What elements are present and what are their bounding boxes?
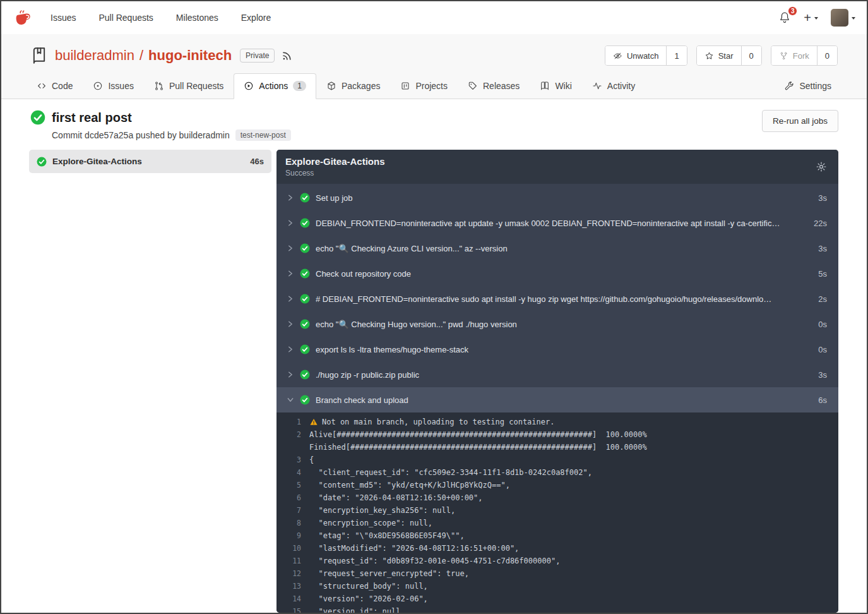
create-new-button[interactable]: + bbox=[804, 11, 818, 24]
log-text: "etag": "\"0x8DE9568B6E05F49\"", bbox=[309, 531, 465, 540]
log-line-number[interactable]: 2 bbox=[276, 430, 309, 439]
tab-settings-label: Settings bbox=[799, 81, 831, 91]
notification-count-badge: 3 bbox=[788, 6, 797, 16]
chevron-right-icon bbox=[287, 219, 294, 227]
gear-icon bbox=[816, 161, 827, 172]
chevron-down-icon bbox=[287, 396, 294, 404]
log-text: Alive[##################################… bbox=[309, 430, 647, 439]
tab-projects-label: Projects bbox=[415, 81, 448, 91]
log-text: "request_server_encrypted": true, bbox=[309, 569, 469, 578]
log-line: 9 "etag": "\"0x8DE9568B6E05F49\"", bbox=[276, 529, 838, 542]
branch-badge[interactable]: test-new-post bbox=[235, 129, 291, 141]
repo-header: builderadmin / hugo-initech Private bbox=[1, 34, 867, 99]
log-text: "version": "2026-02-06", bbox=[309, 594, 428, 603]
chevron-right-icon bbox=[287, 194, 294, 202]
stars-count[interactable]: 0 bbox=[741, 46, 761, 65]
gitea-logo[interactable] bbox=[14, 8, 33, 27]
tab-actions[interactable]: Actions 1 bbox=[234, 73, 316, 99]
tab-activity[interactable]: Activity bbox=[582, 73, 645, 99]
nav-issues[interactable]: Issues bbox=[51, 13, 76, 23]
log-line-number[interactable]: 13 bbox=[276, 582, 309, 591]
tab-packages[interactable]: Packages bbox=[316, 73, 390, 99]
log-line-number[interactable]: 14 bbox=[276, 594, 309, 603]
unwatch-button[interactable]: Unwatch bbox=[605, 46, 667, 65]
tab-activity-label: Activity bbox=[607, 81, 635, 91]
log-line-number[interactable]: 1 bbox=[276, 418, 309, 426]
fork-button[interactable]: Fork bbox=[771, 46, 817, 65]
fork-button-group: Fork 0 bbox=[771, 45, 838, 66]
log-text: "lastModified": "2026-04-08T12:16:51+00:… bbox=[309, 544, 519, 553]
job-name: Explore-Gitea-Actions bbox=[52, 157, 142, 166]
log-line: 11 "request_id": "d0b89f32-001e-0045-475… bbox=[276, 555, 838, 567]
watchers-count[interactable]: 1 bbox=[666, 46, 686, 65]
issue-circle-icon bbox=[93, 81, 103, 91]
tab-wiki[interactable]: Wiki bbox=[530, 73, 581, 99]
tab-code[interactable]: Code bbox=[27, 73, 83, 99]
log-text: Not on main branch, uploading to testing… bbox=[322, 418, 554, 426]
log-line-number[interactable]: 15 bbox=[276, 607, 309, 613]
log-text: "structured_body": null, bbox=[309, 582, 428, 591]
kanban-icon bbox=[400, 81, 410, 91]
job-step[interactable]: # DEBIAN_FRONTEND=noninteractive sudo ap… bbox=[276, 286, 838, 311]
log-line-number[interactable]: 8 bbox=[276, 519, 309, 527]
success-icon bbox=[300, 294, 310, 304]
job-step[interactable]: ./hugo zip -r public.zip public 3s bbox=[276, 362, 838, 387]
star-label: Star bbox=[718, 51, 734, 61]
tab-pull-requests[interactable]: Pull Requests bbox=[144, 73, 234, 99]
visibility-badge: Private bbox=[240, 49, 275, 63]
repo-name-link[interactable]: hugo-initech bbox=[148, 47, 232, 64]
log-line-number[interactable]: 3 bbox=[276, 455, 309, 464]
repo-owner-link[interactable]: builderadmin bbox=[55, 47, 134, 64]
job-step[interactable]: echo "🔍 Checking Azure CLI version..." a… bbox=[276, 236, 838, 261]
nav-milestones[interactable]: Milestones bbox=[176, 13, 218, 23]
log-line-number[interactable]: 11 bbox=[276, 557, 309, 565]
job-duration: 46s bbox=[250, 157, 264, 166]
user-menu-button[interactable] bbox=[831, 9, 855, 27]
tab-issues[interactable]: Issues bbox=[83, 73, 143, 99]
success-icon bbox=[37, 157, 47, 167]
log-line: 3 { bbox=[276, 454, 838, 466]
job-step[interactable]: Set up job 3s bbox=[276, 185, 838, 210]
tag-icon bbox=[468, 81, 478, 91]
nav-explore[interactable]: Explore bbox=[241, 13, 271, 23]
log-line-number[interactable]: 10 bbox=[276, 544, 309, 553]
job-step[interactable]: DEBIAN_FRONTEND=noninteractive apt updat… bbox=[276, 210, 838, 236]
tab-code-label: Code bbox=[52, 81, 73, 91]
log-line: 6 "date": "2026-04-08T12:16:50+00:00", bbox=[276, 491, 838, 504]
job-panel-title-block: Explore-Gitea-Actions Success bbox=[285, 156, 385, 178]
log-line-number[interactable]: 5 bbox=[276, 481, 309, 490]
tab-pull-requests-label: Pull Requests bbox=[169, 81, 223, 91]
log-line-number[interactable]: 4 bbox=[276, 468, 309, 477]
rerun-all-jobs-button[interactable]: Re-run all jobs bbox=[762, 110, 838, 132]
job-list-item[interactable]: Explore-Gitea-Actions 46s bbox=[29, 150, 271, 173]
step-name: DEBIAN_FRONTEND=noninteractive apt updat… bbox=[316, 219, 805, 228]
log-line: 2 Alive[################################… bbox=[276, 428, 838, 441]
tab-releases[interactable]: Releases bbox=[458, 73, 530, 99]
plus-icon: + bbox=[804, 11, 811, 24]
wrench-icon bbox=[784, 81, 794, 91]
step-name: Set up job bbox=[316, 193, 809, 203]
log-line-number[interactable]: 9 bbox=[276, 531, 309, 540]
job-step[interactable]: echo "🔍 Checking Hugo version..." pwd ./… bbox=[276, 311, 838, 337]
step-duration: 6s bbox=[818, 395, 827, 405]
step-duration: 3s bbox=[818, 370, 827, 380]
log-settings-button[interactable] bbox=[816, 161, 829, 172]
forks-count[interactable]: 0 bbox=[817, 46, 837, 65]
rss-icon[interactable] bbox=[282, 51, 292, 61]
job-step[interactable]: export ls ls -ltra themes/hugo-theme-sta… bbox=[276, 337, 838, 362]
nav-pull-requests[interactable]: Pull Requests bbox=[98, 13, 153, 23]
star-button[interactable]: Star bbox=[697, 46, 741, 65]
run-header: first real post Commit dcde57a25a pushed… bbox=[1, 99, 867, 148]
chevron-down-icon bbox=[852, 17, 855, 20]
log-line-number[interactable]: 7 bbox=[276, 506, 309, 515]
log-line-number[interactable]: 12 bbox=[276, 569, 309, 578]
chevron-right-icon bbox=[287, 295, 294, 303]
tab-settings[interactable]: Settings bbox=[774, 73, 841, 99]
log-line: 1 Not on main branch, uploading to testi… bbox=[276, 416, 838, 428]
log-line-number[interactable]: 6 bbox=[276, 493, 309, 502]
tab-projects[interactable]: Projects bbox=[390, 73, 458, 99]
notifications-button[interactable]: 3 bbox=[778, 11, 791, 24]
job-step-expanded[interactable]: Branch check and upload 6s bbox=[276, 387, 838, 412]
pulse-icon bbox=[592, 81, 602, 91]
job-step[interactable]: Check out repository code 5s bbox=[276, 261, 838, 286]
